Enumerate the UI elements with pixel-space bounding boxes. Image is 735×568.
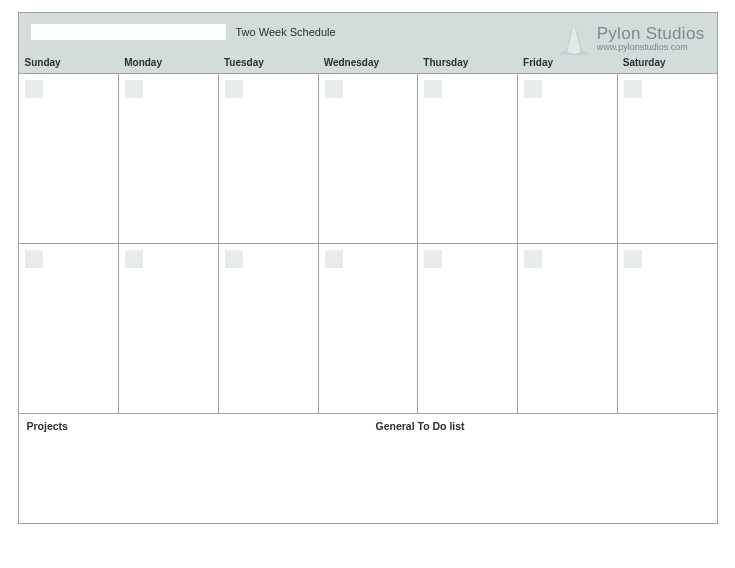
projects-area[interactable]: Projects	[19, 414, 368, 523]
week-row-1	[19, 73, 717, 243]
date-number-box[interactable]	[524, 250, 542, 268]
date-number-box[interactable]	[25, 250, 43, 268]
cone-icon	[557, 19, 591, 59]
day-cell[interactable]	[19, 243, 119, 413]
day-cell[interactable]	[318, 243, 418, 413]
day-cell[interactable]	[19, 73, 119, 243]
date-number-box[interactable]	[25, 80, 43, 98]
day-label-tuesday: Tuesday	[218, 55, 318, 73]
week-row-2	[19, 243, 717, 413]
date-number-box[interactable]	[424, 250, 442, 268]
footer-row: Projects General To Do list	[19, 413, 717, 523]
date-number-box[interactable]	[624, 250, 642, 268]
todo-area[interactable]: General To Do list	[368, 414, 717, 523]
date-number-box[interactable]	[225, 250, 243, 268]
date-number-box[interactable]	[125, 250, 143, 268]
svg-point-1	[571, 23, 576, 26]
day-cell[interactable]	[218, 243, 318, 413]
day-cell[interactable]	[417, 243, 517, 413]
date-number-box[interactable]	[325, 80, 343, 98]
day-headers-row: Sunday Monday Tuesday Wednesday Thursday…	[19, 55, 717, 73]
two-week-schedule-page: Two Week Schedule Pylon Studios www.pylo…	[18, 12, 718, 524]
day-cell[interactable]	[417, 73, 517, 243]
schedule-label: Two Week Schedule	[236, 26, 336, 38]
todo-label: General To Do list	[376, 420, 465, 432]
brand-url: www.pylonstudios.com	[597, 43, 705, 52]
day-cell[interactable]	[517, 243, 617, 413]
header-wrap: Two Week Schedule Pylon Studios www.pylo…	[19, 13, 717, 73]
day-label-saturday: Saturday	[617, 55, 717, 73]
day-cell[interactable]	[118, 243, 218, 413]
day-cell[interactable]	[118, 73, 218, 243]
brand-name: Pylon Studios	[597, 25, 705, 43]
day-cell[interactable]	[318, 73, 418, 243]
day-label-friday: Friday	[517, 55, 617, 73]
day-cell[interactable]	[617, 73, 717, 243]
day-cell[interactable]	[617, 243, 717, 413]
day-label-monday: Monday	[118, 55, 218, 73]
day-cell[interactable]	[218, 73, 318, 243]
calendar-grid	[19, 73, 717, 413]
brand-block: Pylon Studios www.pylonstudios.com	[557, 19, 705, 59]
date-number-box[interactable]	[325, 250, 343, 268]
day-label-thursday: Thursday	[417, 55, 517, 73]
day-label-sunday: Sunday	[19, 55, 119, 73]
date-number-box[interactable]	[225, 80, 243, 98]
day-label-wednesday: Wednesday	[318, 55, 418, 73]
date-number-box[interactable]	[424, 80, 442, 98]
date-number-box[interactable]	[624, 80, 642, 98]
date-number-box[interactable]	[524, 80, 542, 98]
schedule-title-input[interactable]	[31, 24, 226, 40]
date-number-box[interactable]	[125, 80, 143, 98]
day-cell[interactable]	[517, 73, 617, 243]
projects-label: Projects	[27, 420, 68, 432]
